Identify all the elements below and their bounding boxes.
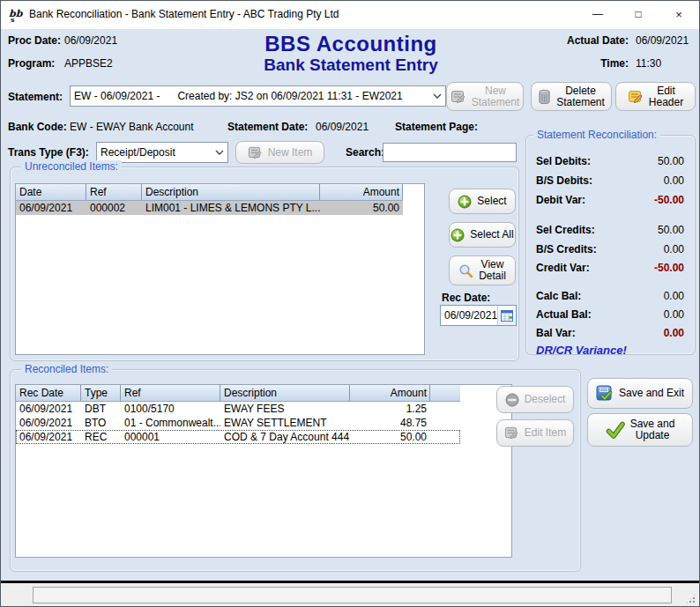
column-header-type: Type <box>81 385 121 401</box>
client-area: Proc Date: 06/09/2021 Program: APPBSE2 B… <box>1 29 699 581</box>
bal-var-value: 0.00 <box>664 327 684 339</box>
column-header-amount: Amount <box>320 184 403 200</box>
magnifier-icon <box>458 263 473 278</box>
cell-description: LIM001 - LIMES & LEMONS PTY L... <box>142 201 320 215</box>
credit-var-label: Credit Var: <box>536 262 590 274</box>
statement-reconciliation-group: Statement Reconciliation: Sel Debits:50.… <box>525 135 696 355</box>
statement-combobox[interactable]: EW - 06/09/2021 - Created by: JS2 on 06/… <box>70 85 446 107</box>
reconciled-table-row[interactable]: 06/09/2021 REC 000001 COD & 7 Day Accoun… <box>16 430 460 444</box>
green-check-icon <box>606 420 625 440</box>
delete-statement-button[interactable]: DeleteStatement <box>531 82 612 111</box>
cell-description: EWAY SETTLEMENT <box>220 416 350 430</box>
status-panel <box>33 587 672 603</box>
bs-credits-value: 0.00 <box>664 243 684 255</box>
cell-description: COD & 7 Day Account 444... <box>220 430 350 444</box>
unreconciled-list: Date Ref Description Amount 06/09/2021 0… <box>15 183 425 355</box>
new-statement-label-line1: New <box>485 85 506 97</box>
statement-date-value: 06/09/2021 <box>316 121 369 133</box>
cell-description: EWAY FEES <box>220 402 350 416</box>
select-button[interactable]: Select <box>449 189 516 214</box>
bs-credits-label: B/S Credits: <box>536 243 597 255</box>
bs-debits-value: 0.00 <box>664 174 684 187</box>
chevron-down-icon <box>212 150 227 155</box>
save-and-exit-button[interactable]: Save and Exit <box>587 378 693 409</box>
cell-ref: 01 - Commonwealt... <box>121 416 220 430</box>
reconciled-list: Rec Date Type Ref Description Amount 06/… <box>15 384 512 558</box>
cell-ref: 000002 <box>86 201 142 215</box>
search-input[interactable] <box>383 143 517 162</box>
cell-amount: 1.25 <box>350 402 430 416</box>
screen-title: Bank Statement Entry <box>175 56 527 75</box>
cell-amount: 48.75 <box>350 416 430 430</box>
time-value: 11:30 <box>636 57 661 70</box>
new-item-icon <box>248 145 263 160</box>
maximize-button[interactable]: □ <box>618 1 659 28</box>
select-all-button[interactable]: Select All <box>449 222 516 248</box>
column-header-description: Description <box>220 385 350 401</box>
select-label: Select <box>477 196 506 207</box>
trans-type-combobox-value: Receipt/Deposit <box>97 146 212 159</box>
cell-type: REC <box>81 430 121 444</box>
unreconciled-table-row[interactable]: 06/09/2021 000002 LIM001 - LIMES & LEMON… <box>16 201 403 215</box>
app-title: BBS Accounting <box>175 32 527 56</box>
reconciled-table-row[interactable]: 06/09/2021 BTO 01 - Commonwealt... EWAY … <box>16 416 460 430</box>
program-value: APPBSE2 <box>64 57 113 70</box>
app-logo-icon: bb s <box>8 7 24 23</box>
save-and-update-button[interactable]: Save andUpdate <box>587 413 693 447</box>
delete-statement-label-line2: Statement <box>556 96 605 108</box>
select-all-label: Select All <box>470 229 513 241</box>
sel-debits-label: Sel Debits: <box>536 155 591 167</box>
view-detail-label-line1: View <box>481 258 504 270</box>
window-title: Bank Reconciliation - Bank Statement Ent… <box>29 8 339 20</box>
cell-rec-date: 06/09/2021 <box>16 430 81 444</box>
actual-bal-label: Actual Bal: <box>536 308 592 321</box>
variance-note: DR/CR Variance! <box>536 344 627 357</box>
delete-statement-label-line1: Delete <box>565 85 596 97</box>
save-and-exit-label: Save and Exit <box>619 388 684 399</box>
cell-ref: 0100/5170 <box>121 402 220 416</box>
bal-var-label: Bal Var: <box>536 327 576 339</box>
title-bar: bb s Bank Reconciliation - Bank Statemen… <box>1 1 699 29</box>
edit-header-button[interactable]: EditHeader <box>615 82 696 111</box>
statement-date-label: Statement Date: <box>227 121 308 133</box>
deselect-button: Deselect <box>496 386 574 413</box>
new-statement-button: NewStatement <box>446 82 524 111</box>
reconciled-table-row[interactable]: 06/09/2021 DBT 0100/5170 EWAY FEES 1.25 <box>16 402 460 416</box>
column-header-amount: Amount <box>350 385 430 401</box>
search-label: Search: <box>346 146 384 159</box>
column-header-ref: Ref <box>86 184 142 200</box>
statement-page-label: Statement Page: <box>395 121 478 133</box>
rec-date-field[interactable]: 06/09/2021 <box>440 305 517 326</box>
resize-grip[interactable] <box>685 593 696 604</box>
chevron-down-icon <box>429 93 445 99</box>
time-label: Time: <box>495 57 629 70</box>
proc-date-label: Proc Date: <box>8 34 61 47</box>
minimize-button[interactable]: — <box>577 1 618 28</box>
close-button[interactable]: × <box>659 1 699 28</box>
new-item-label: New Item <box>268 147 313 159</box>
new-statement-icon <box>451 89 466 105</box>
unreconciled-group-title: Unreconciled Items: <box>21 160 122 173</box>
view-detail-button[interactable]: ViewDetail <box>449 255 516 285</box>
calc-bal-label: Calc Bal: <box>536 290 581 302</box>
view-detail-label-line2: Detail <box>479 270 506 282</box>
plus-circle-icon <box>451 228 465 242</box>
trans-type-label: Trans Type (F3): <box>8 146 89 159</box>
edit-header-label-line1: Edit <box>657 85 675 97</box>
save-exit-icon <box>596 385 614 403</box>
calendar-picker-button[interactable] <box>497 306 516 325</box>
new-statement-label-line2: Statement <box>472 96 520 108</box>
cell-rec-date: 06/09/2021 <box>16 416 81 430</box>
save-and-update-label-line2: Update <box>636 429 670 441</box>
cell-type: BTO <box>81 416 121 430</box>
rec-date-value: 06/09/2021 <box>441 309 497 322</box>
actual-date-label: Actual Date: <box>495 34 629 47</box>
program-label: Program: <box>8 57 55 70</box>
bank-code-label: Bank Code: <box>8 121 67 133</box>
sel-debits-value: 50.00 <box>658 155 684 167</box>
statement-reconciliation-title: Statement Reconciliation: <box>533 129 660 141</box>
save-and-update-label-line1: Save and <box>630 418 675 430</box>
unreconciled-header-row: Date Ref Description Amount <box>16 184 403 201</box>
new-item-button: New Item <box>235 141 324 164</box>
deselect-label: Deselect <box>525 394 566 405</box>
